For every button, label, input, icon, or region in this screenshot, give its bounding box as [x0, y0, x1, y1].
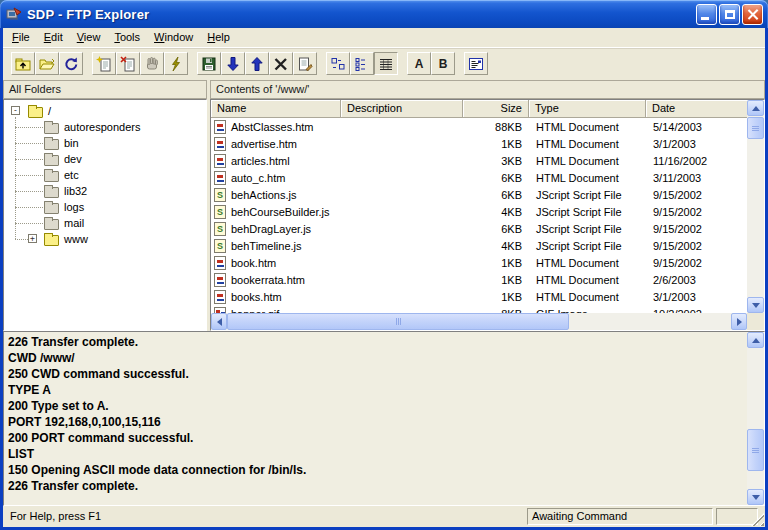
scroll-left-button[interactable]: [211, 313, 227, 330]
maximize-button[interactable]: [719, 4, 740, 25]
scroll-up-button[interactable]: [747, 100, 764, 116]
properties-button[interactable]: [293, 52, 317, 75]
upload-button[interactable]: [245, 52, 269, 75]
html-file-icon: [214, 171, 226, 185]
refresh-button[interactable]: [59, 52, 83, 75]
log-window-button[interactable]: [464, 52, 488, 75]
file-row[interactable]: behTimeline.js 4KB JScript Script File 9…: [211, 237, 747, 254]
expand-box[interactable]: +: [28, 234, 37, 243]
delete-document-icon: [120, 56, 136, 72]
scroll-right-button[interactable]: [731, 313, 747, 330]
file-date: 9/15/2002: [646, 206, 747, 218]
chevron-right-icon: [737, 318, 746, 326]
file-size: 4KB: [463, 206, 529, 218]
chevron-down-icon: [752, 495, 760, 504]
tree-item-logs[interactable]: logs: [4, 199, 206, 215]
file-rows: AbstClasses.htm 88KB HTML Document 5/14/…: [211, 118, 747, 313]
ascii-mode-button[interactable]: A: [407, 52, 431, 75]
tree-stub: [15, 175, 43, 176]
tree-label: www: [64, 233, 88, 245]
tree-item-www[interactable]: + www: [4, 231, 206, 247]
file-date: 9/15/2002: [646, 240, 747, 252]
tree-item-dev[interactable]: dev: [4, 151, 206, 167]
tree-item-etc[interactable]: etc: [4, 167, 206, 183]
menu-file[interactable]: File: [5, 29, 37, 46]
save-button[interactable]: [197, 52, 221, 75]
close-button[interactable]: [742, 4, 763, 25]
tree-label: dev: [64, 153, 82, 165]
file-row[interactable]: AbstClasses.htm 88KB HTML Document 5/14/…: [211, 118, 747, 135]
large-icons-view-button[interactable]: [326, 52, 350, 75]
column-size[interactable]: Size: [463, 100, 529, 118]
toolbar: A B: [3, 47, 765, 80]
tree-label: logs: [64, 201, 84, 213]
tree-item-lib32[interactable]: lib32: [4, 183, 206, 199]
tree-stub: [15, 159, 43, 160]
collapse-box[interactable]: -: [11, 106, 20, 115]
file-row[interactable]: bookerrata.htm 1KB HTML Document 2/6/200…: [211, 271, 747, 288]
list-view-icon: [354, 56, 370, 72]
log-vertical-scrollbar[interactable]: [747, 332, 764, 505]
download-button[interactable]: [221, 52, 245, 75]
file-date: 9/15/2002: [646, 257, 747, 269]
file-type: HTML Document: [529, 155, 646, 167]
column-type[interactable]: Type: [529, 100, 646, 118]
stop-hand-button[interactable]: [140, 52, 164, 75]
open-folder-icon: [44, 235, 59, 246]
column-name[interactable]: Name: [211, 100, 341, 118]
tree-item-mail[interactable]: mail: [4, 215, 206, 231]
scroll-down-button[interactable]: [747, 489, 764, 505]
file-row[interactable]: behDragLayer.js 6KB JScript Script File …: [211, 220, 747, 237]
list-view-button[interactable]: [350, 52, 374, 75]
quick-connect-button[interactable]: [164, 52, 188, 75]
menu-window[interactable]: Window: [147, 29, 200, 46]
file-row[interactable]: auto_c.htm 6KB HTML Document 3/11/2003: [211, 169, 747, 186]
ascii-label: A: [415, 58, 424, 70]
scroll-up-button[interactable]: [747, 332, 764, 348]
tree-item-autoresponders[interactable]: autoresponders: [4, 119, 206, 135]
delete-button[interactable]: [269, 52, 293, 75]
scroll-down-button[interactable]: [747, 297, 764, 313]
menu-edit[interactable]: Edit: [37, 29, 70, 46]
details-view-button[interactable]: [374, 52, 398, 75]
tree-item-root[interactable]: - /: [4, 103, 206, 119]
html-file-icon: [214, 290, 226, 304]
parent-folder-button[interactable]: [11, 52, 35, 75]
menu-help[interactable]: Help: [200, 29, 237, 46]
scrollbar-thumb[interactable]: [227, 313, 569, 330]
delete-document-button[interactable]: [116, 52, 140, 75]
chevron-up-icon: [752, 334, 760, 343]
column-description[interactable]: Description: [341, 100, 463, 118]
file-row[interactable]: book.htm 1KB HTML Document 9/15/2002: [211, 254, 747, 271]
log-line: 250 CWD command successful.: [8, 366, 744, 382]
binary-mode-button[interactable]: B: [431, 52, 455, 75]
file-row-clipped[interactable]: banner.gif 8KB GIF Image 10/2/2002: [211, 305, 747, 313]
horizontal-scrollbar[interactable]: [211, 313, 747, 330]
file-row[interactable]: advertise.htm 1KB HTML Document 3/1/2003: [211, 135, 747, 152]
log-line: PORT 192,168,0,100,15,116: [8, 414, 744, 430]
file-name: book.htm: [231, 257, 276, 269]
log-line: LIST: [8, 446, 744, 462]
file-row[interactable]: behCourseBuilder.js 4KB JScript Script F…: [211, 203, 747, 220]
jscript-file-icon: [214, 239, 226, 253]
new-document-icon: [96, 56, 112, 72]
file-row[interactable]: books.htm 1KB HTML Document 3/1/2003: [211, 288, 747, 305]
minimize-icon: [701, 17, 709, 20]
file-size: 1KB: [463, 138, 529, 150]
minimize-button[interactable]: [696, 4, 717, 25]
scrollbar-thumb[interactable]: [747, 429, 764, 471]
scrollbar-thumb[interactable]: [747, 117, 764, 139]
tree-item-bin[interactable]: bin: [4, 135, 206, 151]
new-document-button[interactable]: [92, 52, 116, 75]
vertical-scrollbar[interactable]: [747, 100, 764, 313]
open-folder-button[interactable]: [35, 52, 59, 75]
file-row[interactable]: articles.html 3KB HTML Document 11/16/20…: [211, 152, 747, 169]
upload-arrow-icon: [249, 56, 265, 72]
menu-view[interactable]: View: [70, 29, 108, 46]
download-arrow-icon: [225, 56, 241, 72]
menu-tools[interactable]: Tools: [107, 29, 147, 46]
chevron-up-icon: [752, 102, 760, 111]
file-row[interactable]: behActions.js 6KB JScript Script File 9/…: [211, 186, 747, 203]
file-size: 1KB: [463, 274, 529, 286]
panel-splitter[interactable]: [207, 80, 210, 331]
